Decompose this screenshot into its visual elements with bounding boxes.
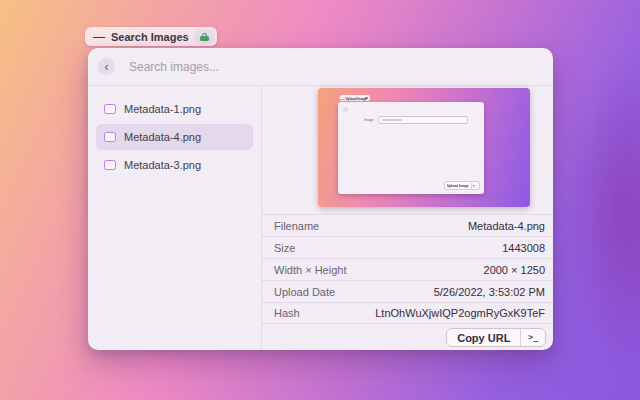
preview-mini-upload-button-label: Upload Image (447, 184, 469, 188)
table-row: Hash LtnOhWuXjwIQP2ogmRyGxK9TeF (262, 302, 553, 324)
meta-value: 1443008 (502, 242, 545, 254)
meta-label: Width × Height (274, 264, 346, 276)
meta-value: Metadata-4.png (468, 220, 545, 232)
lock-icon (200, 33, 209, 41)
meta-label: Filename (274, 220, 319, 232)
image-preview-thumbnail: — Upload Image Image (318, 88, 530, 207)
table-row: Filename Metadata-4.png (262, 214, 553, 236)
meta-label: Size (274, 242, 295, 254)
list-item[interactable]: Metadata-3.png (96, 152, 253, 178)
wallpaper-blob (566, 60, 640, 370)
image-file-icon (104, 132, 116, 142)
tab-minus-glyph: — (93, 31, 105, 43)
detail-panel: — Upload Image Image (262, 86, 553, 349)
lock-chip (195, 30, 214, 43)
table-row: Size 1443008 (262, 236, 553, 258)
preview-mini-back-button (343, 107, 348, 112)
preview-mini-terminal-icon: >_ (473, 184, 477, 188)
meta-value: LtnOhWuXjwIQP2ogmRyGxK9TeF (375, 307, 545, 319)
preview-mini-form-label: Image (364, 118, 373, 122)
preview-mini-window: Image Upload Image > (338, 102, 484, 194)
desktop: — Search Images ‹ Metadata-1.png (0, 0, 640, 400)
terminal-icon: >_ (528, 333, 538, 342)
action-button-group: Copy URL >_ (446, 328, 546, 347)
list-item[interactable]: Metadata-1.png (96, 96, 253, 122)
search-images-window: ‹ Metadata-1.png Metadata-4.png Metadata… (88, 48, 553, 350)
image-file-icon (104, 160, 116, 170)
preview-mini-input (378, 116, 468, 124)
terminal-button[interactable]: >_ (520, 329, 545, 346)
list-item-selected[interactable]: Metadata-4.png (96, 124, 253, 150)
preview-mini-form: Image (362, 114, 468, 125)
tab-label: Search Images (111, 31, 189, 43)
meta-label: Upload Date (274, 286, 335, 298)
back-button[interactable]: ‹ (98, 58, 115, 75)
window-body: Metadata-1.png Metadata-4.png Metadata-3… (88, 86, 553, 349)
file-list: Metadata-1.png Metadata-4.png Metadata-3… (88, 86, 262, 349)
metadata-table: Filename Metadata-4.png Size 1443008 Wid… (262, 214, 553, 324)
preview-mini-tab-label: — Upload Image (342, 96, 368, 100)
meta-label: Hash (274, 307, 300, 319)
search-input[interactable] (129, 60, 543, 74)
search-images-tab[interactable]: — Search Images (85, 27, 217, 46)
table-row: Upload Date 5/26/2022, 3:53:02 PM (262, 280, 553, 302)
table-row: Width × Height 2000 × 1250 (262, 258, 553, 280)
file-name: Metadata-1.png (124, 103, 201, 115)
file-name: Metadata-3.png (124, 159, 201, 171)
meta-value: 2000 × 1250 (484, 264, 545, 276)
search-bar: ‹ (88, 48, 553, 86)
image-file-icon (104, 104, 116, 114)
meta-value: 5/26/2022, 3:53:02 PM (434, 286, 545, 298)
preview-mini-tab: — Upload Image (340, 95, 370, 101)
copy-url-button[interactable]: Copy URL (447, 329, 520, 346)
preview-mini-actions: Upload Image >_ (444, 181, 481, 190)
file-name: Metadata-4.png (124, 131, 201, 143)
chevron-left-icon: ‹ (105, 61, 109, 73)
